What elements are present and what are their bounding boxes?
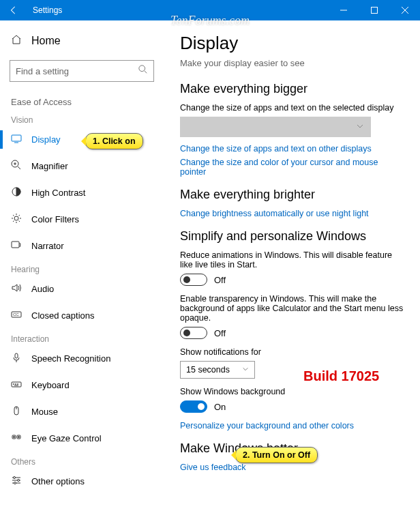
color-filters-icon [11, 213, 22, 226]
nav-narrator[interactable]: Narrator [0, 233, 164, 259]
svg-point-37 [18, 437, 20, 438]
nav-label: Keyboard [31, 380, 70, 390]
svg-line-9 [18, 166, 20, 169]
bigger-desc: Change the size of apps and text on the … [180, 103, 404, 113]
toggle-animations[interactable] [180, 274, 207, 286]
home-label: Home [31, 35, 61, 47]
nav-audio[interactable]: Audio [0, 276, 164, 302]
build-label: Build 17025 [303, 368, 379, 384]
select-value: 15 seconds [186, 365, 230, 375]
svg-text:CC: CC [13, 312, 19, 317]
svg-point-13 [14, 216, 18, 220]
window-title: Settings [27, 5, 328, 15]
size-dropdown[interactable] [180, 117, 371, 137]
page-title: Display [180, 33, 404, 54]
toggle-background-state: On [214, 402, 226, 412]
nav-label: Speech Recognition [31, 353, 110, 364]
eye-icon [11, 432, 22, 445]
back-button[interactable] [0, 0, 27, 20]
audio-icon [11, 282, 22, 295]
close-button[interactable] [389, 0, 420, 20]
svg-line-18 [13, 215, 14, 216]
display-icon [11, 133, 22, 146]
svg-line-21 [19, 215, 20, 216]
section-interaction: Interaction [0, 329, 164, 345]
svg-point-28 [14, 384, 14, 385]
sidebar: Home Find a setting Ease of Access Visio… [0, 20, 164, 511]
toggle-background[interactable] [180, 400, 207, 413]
minimize-button[interactable] [328, 0, 359, 20]
contrast-icon [11, 186, 22, 199]
svg-point-36 [14, 437, 15, 438]
main-panel: Display Make your display easier to see … [164, 20, 420, 511]
nav-label: Eye Gaze Control [31, 433, 102, 443]
home-nav[interactable]: Home [0, 29, 164, 53]
options-icon [11, 475, 22, 488]
nav-label: Narrator [31, 241, 64, 251]
heading-brighter: Make everything brighter [180, 188, 404, 202]
callout-1: 1. Click on [85, 133, 143, 149]
svg-point-30 [18, 384, 18, 385]
nav-closed-captions[interactable]: CC Closed captions [0, 302, 164, 329]
nav-high-contrast[interactable]: High Contrast [0, 179, 164, 206]
section-hearing: Hearing [0, 259, 164, 276]
notification-duration-select[interactable]: 15 seconds [180, 361, 255, 379]
nav-label: Other options [31, 476, 85, 486]
toggle-animations-state: Off [214, 275, 226, 285]
home-icon [11, 34, 22, 48]
svg-line-5 [145, 71, 147, 74]
nav-speech[interactable]: Speech Recognition [0, 345, 164, 372]
nav-label: Display [31, 134, 61, 145]
svg-point-42 [18, 480, 20, 482]
svg-line-20 [13, 221, 14, 222]
toggle-transparency[interactable] [180, 327, 207, 339]
nav-mouse[interactable]: Mouse [0, 398, 164, 425]
svg-point-4 [139, 65, 145, 72]
nav-label: High Contrast [31, 188, 85, 198]
svg-rect-1 [371, 8, 377, 14]
svg-point-43 [14, 482, 16, 484]
link-cursor-pointer[interactable]: Change the size and color of your cursor… [180, 158, 404, 177]
search-icon [138, 65, 148, 77]
link-personalize[interactable]: Personalize your background and other co… [180, 421, 404, 430]
toggle-transparency-state: Off [214, 328, 226, 338]
group-label: Ease of Access [0, 89, 164, 110]
chevron-down-icon [242, 365, 249, 375]
heading-simplify: Simplify and personalize Windows [180, 229, 404, 244]
nav-label: Magnifier [31, 161, 68, 171]
link-brightness[interactable]: Change brightness automatically or use n… [180, 209, 404, 218]
trans-desc: Enable transparency in Windows. This wil… [180, 294, 404, 323]
notif-label: Show notifications for [180, 347, 404, 357]
svg-line-19 [19, 221, 20, 222]
keyboard-icon [11, 379, 22, 392]
callout-2: 2. Turn On or Off [235, 447, 318, 463]
anim-desc: Reduce animations in Windows. This will … [180, 250, 404, 269]
magnifier-icon [11, 160, 22, 173]
nav-magnifier[interactable]: Magnifier [0, 153, 164, 179]
svg-rect-27 [12, 382, 21, 387]
mic-icon [11, 352, 22, 365]
svg-point-41 [14, 477, 16, 479]
nav-color-filters[interactable]: Color Filters [0, 206, 164, 233]
page-subtitle: Make your display easier to see [180, 58, 404, 68]
narrator-icon [11, 239, 22, 252]
search-placeholder: Find a setting [16, 66, 69, 76]
titlebar: Settings [0, 0, 420, 20]
svg-rect-22 [12, 242, 19, 248]
svg-rect-25 [15, 353, 18, 358]
link-feedback[interactable]: Give us feedback [180, 463, 404, 472]
captions-icon: CC [11, 309, 22, 322]
nav-eye-gaze[interactable]: Eye Gaze Control [0, 425, 164, 452]
nav-other-options[interactable]: Other options [0, 468, 164, 495]
nav-label: Audio [31, 284, 54, 294]
search-input[interactable]: Find a setting [10, 60, 154, 82]
svg-point-29 [16, 384, 16, 385]
heading-bigger: Make everything bigger [180, 82, 404, 96]
nav-label: Color Filters [31, 214, 79, 224]
maximize-button[interactable] [359, 0, 389, 20]
nav-label: Mouse [31, 407, 58, 417]
svg-rect-6 [12, 135, 21, 141]
bg-label: Show Windows background [180, 387, 404, 396]
nav-keyboard[interactable]: Keyboard [0, 372, 164, 398]
link-other-displays[interactable]: Change the size of apps and text on othe… [180, 144, 404, 154]
